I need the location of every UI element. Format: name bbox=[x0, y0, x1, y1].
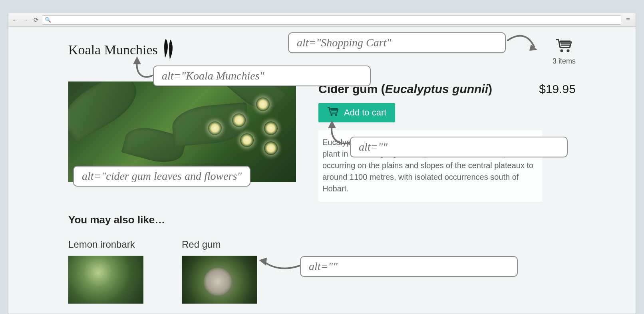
related-item-red-gum[interactable]: Red gum bbox=[182, 239, 257, 304]
page-viewport: Koala Munchies bbox=[8, 27, 636, 314]
cart-icon bbox=[327, 106, 339, 119]
svg-point-7 bbox=[331, 114, 333, 116]
related-item-name: Red gum bbox=[182, 239, 257, 250]
leaf-icon bbox=[160, 38, 176, 62]
related-item-name: Lemon ironbark bbox=[68, 239, 143, 250]
related-item-image bbox=[182, 256, 257, 304]
browser-window: ← → ⟳ 🔍 ≡ Koala Munchies bbox=[8, 13, 636, 314]
search-icon: 🔍 bbox=[45, 17, 51, 23]
svg-marker-10 bbox=[133, 56, 141, 64]
product-title-scientific: Eucalyptus gunnii bbox=[385, 82, 488, 95]
annotation-logo-alt: alt="Koala Munchies" bbox=[153, 66, 371, 86]
svg-marker-12 bbox=[259, 258, 267, 266]
annotation-shopping-cart-alt: alt="Shopping Cart" bbox=[288, 32, 506, 53]
cart-icon bbox=[555, 38, 573, 55]
annotation-hero-alt: alt="cider gum leaves and flowers" bbox=[73, 166, 250, 187]
browser-toolbar: ← → ⟳ 🔍 ≡ bbox=[8, 13, 636, 27]
annotation-arrow bbox=[128, 56, 156, 83]
svg-point-4 bbox=[566, 50, 569, 52]
related-item-lemon-ironbark[interactable]: Lemon ironbark bbox=[68, 239, 143, 304]
product-title-post: ) bbox=[488, 82, 492, 95]
product-price: $19.95 bbox=[539, 82, 576, 96]
url-bar[interactable]: 🔍 bbox=[42, 15, 621, 25]
site-logo[interactable]: Koala Munchies bbox=[68, 38, 176, 62]
browser-menu-button[interactable]: ≡ bbox=[623, 16, 633, 24]
forward-button[interactable]: → bbox=[21, 16, 30, 24]
svg-point-8 bbox=[335, 114, 337, 116]
back-button[interactable]: ← bbox=[11, 16, 20, 24]
reload-button[interactable]: ⟳ bbox=[32, 16, 40, 24]
related-heading: You may also like… bbox=[68, 214, 576, 226]
svg-marker-11 bbox=[328, 120, 336, 128]
annotation-related-img-alt: alt="" bbox=[300, 256, 518, 277]
add-to-cart-label: Add to cart bbox=[344, 107, 386, 118]
related-item-image bbox=[68, 256, 143, 304]
shopping-cart[interactable]: 3 items bbox=[553, 38, 576, 66]
annotation-button-icon-alt: alt="" bbox=[350, 137, 568, 157]
svg-point-3 bbox=[560, 50, 563, 52]
annotation-arrow bbox=[506, 31, 538, 55]
annotation-arrow bbox=[258, 254, 302, 274]
cart-count-label: 3 items bbox=[553, 57, 576, 66]
